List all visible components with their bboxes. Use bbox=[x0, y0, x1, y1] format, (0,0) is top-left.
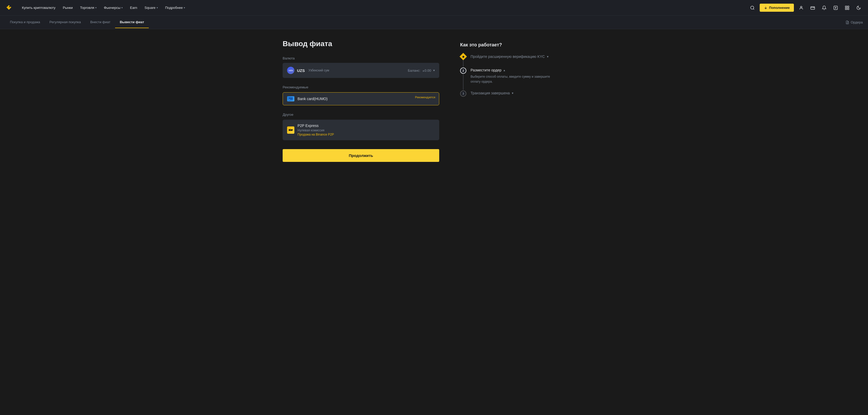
page-title: Вывод фиата bbox=[283, 40, 439, 48]
step-2-title[interactable]: Разместите ордер ▲ bbox=[470, 68, 554, 72]
step-1-title[interactable]: Пройдите расширенную верификацию KYC ▼ bbox=[470, 55, 554, 59]
nav-square[interactable]: Square ▾ bbox=[142, 4, 161, 11]
main-nav: Купить криптовалюту Рынки Торговля ▾ Фью… bbox=[19, 4, 748, 11]
how-it-works-title: Как это работает? bbox=[460, 42, 554, 48]
svg-rect-10 bbox=[289, 97, 293, 100]
p2p-link[interactable]: Продажа на Binance P2P bbox=[298, 133, 334, 136]
bank-card-name: Bank card(HUMO) bbox=[298, 97, 328, 101]
recommended-label: Рекомендуемые bbox=[283, 85, 439, 89]
bank-card-details: Bank card(HUMO) bbox=[298, 97, 328, 101]
logo[interactable] bbox=[5, 4, 12, 11]
theme-toggle[interactable] bbox=[855, 4, 863, 12]
currency-chevron-icon: ▾ bbox=[433, 69, 435, 72]
continue-button[interactable]: Продолжить bbox=[283, 149, 439, 162]
step-3-content: Транзакция завершена ▼ bbox=[470, 91, 554, 101]
account-icon[interactable] bbox=[832, 4, 840, 12]
step-1-line bbox=[463, 60, 464, 67]
svg-rect-2 bbox=[811, 6, 815, 9]
currency-label: Валюта bbox=[283, 56, 439, 60]
p2p-commission: Нулевая комиссия bbox=[298, 129, 334, 132]
p2p-icon: P2P bbox=[287, 127, 294, 134]
square-chevron-icon: ▾ bbox=[157, 6, 158, 9]
currency-balance: Баланс: ₼0.00 ▾ bbox=[408, 69, 435, 72]
notifications-icon[interactable] bbox=[820, 4, 828, 12]
step-1-indicator: ◆ bbox=[460, 54, 466, 68]
header-actions: Пополнение bbox=[748, 4, 863, 12]
svg-rect-4 bbox=[845, 6, 846, 7]
svg-rect-12 bbox=[289, 99, 290, 99]
deposit-button[interactable]: Пополнение bbox=[760, 4, 794, 12]
bank-card-humo[interactable]: Bank card(HUMO) Рекомендуется bbox=[283, 92, 439, 105]
step-2-icon: 2 bbox=[460, 68, 466, 74]
nav-more[interactable]: Подробнее ▾ bbox=[162, 4, 188, 11]
binance-logo-icon bbox=[5, 4, 12, 11]
step-2: 2 Разместите ордер ▲ Выберите способ опл… bbox=[460, 68, 554, 91]
step-3-title[interactable]: Транзакция завершена ▼ bbox=[470, 91, 554, 95]
sub-nav-buy-sell[interactable]: Покупка и продажа bbox=[5, 16, 45, 28]
step-3-chevron-icon: ▼ bbox=[511, 92, 514, 95]
grid-icon[interactable] bbox=[843, 4, 851, 12]
steps-list: ◆ Пройдите расширенную верификацию KYC ▼… bbox=[460, 54, 554, 101]
search-button[interactable] bbox=[748, 4, 756, 12]
more-chevron-icon: ▾ bbox=[184, 6, 185, 9]
p2p-name: P2P Express bbox=[298, 124, 334, 128]
step-1-chevron-icon: ▼ bbox=[547, 55, 549, 58]
svg-rect-11 bbox=[289, 98, 293, 99]
p2p-details: P2P Express Нулевая комиссия Продажа на … bbox=[298, 124, 334, 136]
nav-trade[interactable]: Торговля ▾ bbox=[77, 4, 100, 11]
futures-chevron-icon: ▾ bbox=[121, 6, 123, 9]
nav-markets[interactable]: Рынки bbox=[60, 4, 76, 11]
other-label: Другое bbox=[283, 113, 439, 116]
svg-point-0 bbox=[750, 6, 754, 9]
sub-nav-withdraw-fiat[interactable]: Вывести фиат bbox=[115, 16, 149, 28]
step-3: 3 Транзакция завершена ▼ bbox=[460, 91, 554, 101]
step-1: ◆ Пройдите расширенную верификацию KYC ▼ bbox=[460, 54, 554, 68]
step-2-content: Разместите ордер ▲ Выберите способ оплат… bbox=[470, 68, 554, 91]
right-panel: Как это работает? ◆ Пройдите расширенную… bbox=[460, 40, 554, 162]
svg-rect-7 bbox=[848, 8, 849, 9]
nav-earn[interactable]: Earn bbox=[127, 4, 140, 11]
nav-buy-crypto[interactable]: Купить криптовалюту bbox=[19, 4, 59, 11]
nav-futures[interactable]: Фьючерсы ▾ bbox=[101, 4, 126, 11]
step-2-description: Выберите способ оплаты, введите сумму и … bbox=[470, 74, 554, 84]
step-3-indicator: 3 bbox=[460, 91, 466, 101]
svg-point-1 bbox=[800, 6, 802, 8]
svg-rect-6 bbox=[845, 8, 846, 9]
currency-name: Узбекский сум bbox=[308, 69, 329, 72]
left-panel: Вывод фиата Валюта UZS UZS Узбекский сум… bbox=[283, 40, 439, 162]
orders-icon bbox=[845, 21, 849, 24]
step-1-icon: ◆ bbox=[460, 53, 467, 60]
currency-selector[interactable]: UZS UZS Узбекский сум Баланс: ₼0.00 ▾ bbox=[283, 63, 439, 78]
orders-link[interactable]: Ордера bbox=[845, 20, 863, 24]
main-content: Вывод фиата Валюта UZS UZS Узбекский сум… bbox=[277, 29, 591, 172]
p2p-express-card[interactable]: P2P P2P Express Нулевая комиссия Продажа… bbox=[283, 119, 439, 140]
svg-rect-5 bbox=[848, 6, 849, 7]
currency-badge: UZS bbox=[287, 67, 294, 74]
trade-chevron-icon: ▾ bbox=[95, 6, 97, 9]
step-2-chevron-icon: ▲ bbox=[503, 69, 506, 72]
profile-icon[interactable] bbox=[797, 4, 805, 12]
currency-info: UZS UZS Узбекский сум bbox=[287, 67, 329, 74]
sub-nav-items: Покупка и продажа Регулярная покупка Вне… bbox=[5, 16, 845, 28]
wallet-icon[interactable] bbox=[808, 4, 817, 12]
bank-card-icon bbox=[287, 96, 294, 101]
sub-nav-recurring[interactable]: Регулярная покупка bbox=[45, 16, 86, 28]
currency-code: UZS bbox=[297, 68, 305, 73]
step-2-indicator: 2 bbox=[460, 68, 466, 91]
sub-nav-deposit-fiat[interactable]: Внести фиат bbox=[86, 16, 115, 28]
step-1-content: Пройдите расширенную верификацию KYC ▼ bbox=[470, 54, 554, 68]
step-3-icon: 3 bbox=[460, 91, 466, 97]
header: Купить криптовалюту Рынки Торговля ▾ Фью… bbox=[0, 0, 868, 15]
recommended-badge: Рекомендуется bbox=[415, 96, 435, 99]
step-2-line bbox=[463, 74, 464, 90]
sub-nav: Покупка и продажа Регулярная покупка Вне… bbox=[0, 15, 868, 29]
